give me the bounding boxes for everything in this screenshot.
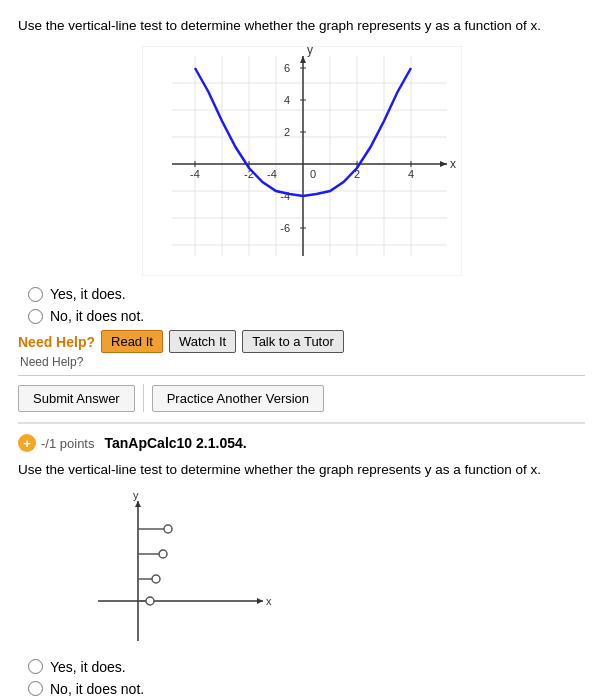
x-axis-label: x bbox=[450, 157, 456, 171]
action-divider bbox=[143, 384, 144, 412]
svg-text:-4: -4 bbox=[190, 168, 200, 180]
page: Use the vertical-line test to determine … bbox=[0, 0, 603, 700]
need-help-row: Need Help? Read It Watch It Talk to a Tu… bbox=[18, 330, 585, 353]
graph1-svg: x y -4 -4 -2 2 4 6 4 2 -4 -6 bbox=[142, 46, 462, 276]
svg-rect-39 bbox=[78, 491, 278, 651]
radio-no-1[interactable] bbox=[28, 309, 43, 324]
points-badge: + -/1 points bbox=[18, 434, 94, 452]
svg-text:2: 2 bbox=[283, 126, 289, 138]
svg-text:6: 6 bbox=[283, 62, 289, 74]
svg-point-53 bbox=[146, 597, 154, 605]
y-axis-label: y bbox=[307, 46, 313, 57]
svg-text:4: 4 bbox=[283, 94, 289, 106]
action-row: Submit Answer Practice Another Version bbox=[18, 375, 585, 412]
svg-text:-6: -6 bbox=[280, 222, 290, 234]
question2-text: Use the vertical-line test to determine … bbox=[18, 460, 585, 480]
svg-rect-0 bbox=[142, 46, 462, 276]
svg-text:0: 0 bbox=[310, 168, 316, 180]
talk-to-tutor-button[interactable]: Talk to a Tutor bbox=[242, 330, 344, 353]
graph2-svg: x y bbox=[78, 491, 278, 651]
radio-no-2[interactable] bbox=[28, 681, 43, 696]
svg-point-49 bbox=[159, 550, 167, 558]
submit-button[interactable]: Submit Answer bbox=[18, 385, 135, 412]
answer-options-1: Yes, it does. No, it does not. bbox=[28, 286, 585, 324]
graph1-container: x y -4 -4 -2 2 4 6 4 2 -4 -6 bbox=[18, 46, 585, 276]
svg-text:4: 4 bbox=[407, 168, 413, 180]
svg-text:x: x bbox=[266, 595, 272, 607]
plus-circle-icon: + bbox=[18, 434, 36, 452]
points-text: -/1 points bbox=[41, 436, 94, 451]
svg-point-47 bbox=[164, 525, 172, 533]
svg-point-51 bbox=[152, 575, 160, 583]
practice-button[interactable]: Practice Another Version bbox=[152, 385, 324, 412]
svg-text:-4: -4 bbox=[267, 168, 277, 180]
radio-yes-2[interactable] bbox=[28, 659, 43, 674]
svg-text:y: y bbox=[133, 491, 139, 501]
points-row: + -/1 points TanApCalc10 2.1.054. bbox=[18, 434, 585, 452]
option-no-1[interactable]: No, it does not. bbox=[28, 308, 585, 324]
problem-id: TanApCalc10 2.1.054. bbox=[104, 435, 246, 451]
read-it-button[interactable]: Read It bbox=[101, 330, 163, 353]
need-help-sub: Need Help? bbox=[20, 355, 585, 369]
answer-options-2: Yes, it does. No, it does not. bbox=[28, 659, 585, 697]
option-yes-1[interactable]: Yes, it does. bbox=[28, 286, 585, 302]
graph2-container: x y bbox=[78, 491, 585, 651]
option-yes-2[interactable]: Yes, it does. bbox=[28, 659, 585, 675]
section-divider bbox=[18, 422, 585, 424]
watch-it-button[interactable]: Watch It bbox=[169, 330, 236, 353]
radio-yes-1[interactable] bbox=[28, 287, 43, 302]
need-help-label: Need Help? bbox=[18, 334, 95, 350]
question1-text: Use the vertical-line test to determine … bbox=[18, 16, 585, 36]
option-no-2[interactable]: No, it does not. bbox=[28, 681, 585, 697]
